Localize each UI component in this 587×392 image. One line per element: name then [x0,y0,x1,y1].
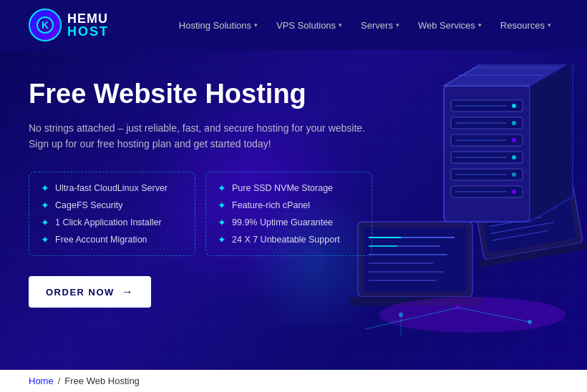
chevron-down-icon: ▾ [254,21,258,29]
nav-servers[interactable]: Servers ▾ [354,16,407,35]
feature-item: ✦ 99.9% Uptime Guarantee [218,217,360,228]
nav-hosting-solutions[interactable]: Hosting Solutions ▾ [172,16,265,35]
feature-item: ✦ 24 X 7 Unbeatable Support [218,234,360,245]
chevron-down-icon: ▾ [478,21,482,29]
star-icon: ✦ [218,182,226,194]
arrow-icon: → [122,285,135,298]
chevron-down-icon: ▾ [396,21,399,29]
feature-item: ✦ CageFS Security [41,200,183,211]
svg-point-49 [399,313,403,317]
feature-item: ✦ 1 Click Application Installer [41,217,183,228]
svg-point-31 [512,104,516,108]
nav-vps-solutions[interactable]: VPS Solutions ▾ [269,16,349,35]
svg-point-45 [379,297,566,333]
hero-content: Free Website Hosting No strings attached… [29,79,372,308]
star-icon: ✦ [41,217,49,228]
feature-boxes: ✦ Ultra-fast CloudLinux Server ✦ CageFS … [29,172,372,256]
breadcrumb: Home / Free Web Hosting [0,370,587,392]
svg-point-35 [512,172,516,177]
logo-text: HEMU HOST [67,12,109,38]
star-icon: ✦ [218,234,226,245]
feature-item: ✦ Ultra-fast CloudLinux Server [41,182,183,194]
svg-point-50 [456,305,460,310]
hero-section: Free Website Hosting No strings attached… [0,50,587,392]
chevron-down-icon: ▾ [339,21,342,29]
feature-item: ✦ Free Account Migration [41,234,183,245]
svg-point-32 [512,121,516,125]
svg-point-36 [512,190,516,194]
hero-subtitle: No strings attached – just reliable, fas… [29,120,372,152]
star-icon: ✦ [41,234,49,245]
logo-icon: K [29,9,62,41]
star-icon: ✦ [41,200,49,211]
feature-box-right: ✦ Pure SSD NVMe Storage ✦ Feature-rich c… [205,172,372,256]
breadcrumb-separator: / [58,376,61,386]
order-now-button[interactable]: ORDER NOW → [29,276,151,308]
star-icon: ✦ [218,217,226,228]
star-icon: ✦ [218,200,226,211]
svg-marker-24 [530,64,573,222]
nav-links: Hosting Solutions ▾ VPS Solutions ▾ Serv… [172,16,558,35]
nav-resources[interactable]: Resources ▾ [493,16,558,35]
hero-title: Free Website Hosting [29,79,372,110]
svg-text:K: K [42,19,49,31]
navbar: K HEMU HOST Hosting Solutions ▾ VPS Solu… [0,0,587,50]
chevron-down-icon: ▾ [548,21,551,29]
breadcrumb-current-page: Free Web Hosting [64,376,140,386]
svg-point-34 [512,155,516,160]
feature-box-left: ✦ Ultra-fast CloudLinux Server ✦ CageFS … [29,172,195,256]
svg-point-33 [512,138,516,142]
feature-item: ✦ Pure SSD NVMe Storage [218,182,360,194]
svg-point-51 [528,320,532,324]
logo[interactable]: K HEMU HOST [29,9,109,41]
nav-web-services[interactable]: Web Services ▾ [411,16,489,35]
star-icon: ✦ [41,182,49,194]
breadcrumb-home-link[interactable]: Home [29,376,54,386]
feature-item: ✦ Feature-rich cPanel [218,200,360,211]
